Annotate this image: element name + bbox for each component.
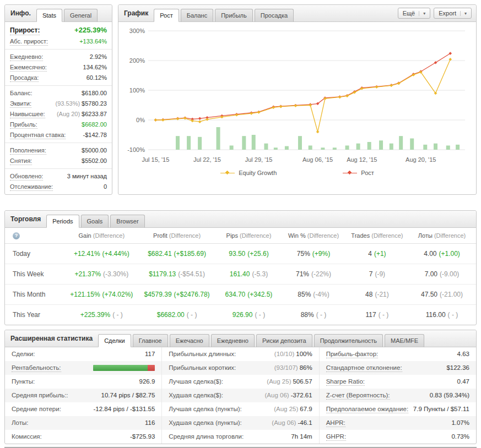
metric-cell: +121.15%(+74.02%) [66,285,137,305]
stat-value: 4.63 [457,350,469,358]
legend-item[interactable]: Рост [343,170,374,176]
period-label: This Year [5,305,66,325]
stat-value: $122.36 [446,364,469,372]
info-tab-general[interactable]: General [64,9,98,22]
profitability-bar-loss [148,365,155,371]
help-icon[interactable]: ? [13,232,20,239]
stat-label: Худшая сделка (пункты): [169,419,241,427]
stats-tab-trades[interactable]: Сделки [98,334,131,347]
period-row: This Year+225.39%( - )$6682.00( - )926.9… [5,305,476,325]
trading-tab-browser[interactable]: Browser [110,215,144,228]
metric-cell: 71%(-22%) [280,264,347,285]
info-row: Прибыль:$6682.00 [10,119,107,130]
stat-value: 0.73% [451,433,469,441]
stat-value: (Aug 06)-372.61 [265,391,312,400]
info-label: Просадка: [10,74,39,82]
more-button[interactable]: Ещё ▾ [398,8,431,19]
stats-tab-hourly[interactable]: Ежечасно [170,334,209,347]
info-value: $5000.00 [82,146,107,155]
legend-marker-icon [220,173,235,173]
volume-bar [356,144,360,150]
metric-cell: 161.40(-5.3) [217,264,280,285]
volume-bar [434,144,437,150]
volume-bar [264,144,268,150]
trading-tab-goals[interactable]: Goals [81,215,109,228]
stat-value: -$725.93 [130,433,155,441]
info-section: Ежедневно:2.92%Ежемесячно:134.62%Просадк… [5,50,112,86]
metric-cell: 47.50(-21.00) [408,285,476,305]
info-value: 60.12% [87,74,107,82]
stat-label: Рентабельность: [12,364,61,372]
x-tick-label: Aug 12, '15 [347,156,377,163]
info-value: 3 минут назад [67,172,107,181]
caret-down-icon: ▾ [460,11,467,16]
stat-value [93,364,155,372]
export-button[interactable]: Export ▾ [434,8,472,19]
legend-label: Equity Growth [239,170,277,176]
stats-tab-daily[interactable]: Ежедневно [211,334,255,347]
info-row: Эквити:(93.53%)$5780.23 [10,99,107,109]
stat-row: Лучшая сделка (пункты):(Aug 25)67.9 [162,402,318,416]
stat-value-prefix: (10/10) [274,351,294,357]
info-value: +225.39% [74,26,107,34]
info-label: Пополнения: [10,146,46,155]
metric-cell: 4.00(+1.00) [408,244,476,264]
stat-label: Комиссия: [12,433,42,441]
volume-bar [321,147,325,150]
stat-label: Прибыльных коротких: [169,364,236,372]
stat-row: Sharpe Ratio:0.47 [320,375,476,389]
stat-label: Стандартное отклонение: [326,364,402,372]
stats-tab-deposit-risks[interactable]: Риски депозита [256,334,312,347]
stat-label: Пункты: [12,378,35,386]
chart-tab-drawdown[interactable]: Просадка [255,9,294,22]
chart-tab-profit[interactable]: Прибыль [215,9,253,22]
metric-cell: 85%(-4%) [280,285,347,305]
volume-bar [410,138,414,150]
period-row: This Week+21.37%(-3.30%)$1179.13(-$54.51… [5,264,476,285]
info-section: Обновлено:3 минут назадОтслеживание:0 [5,169,112,194]
volume-bar [198,137,202,150]
stat-label: Sharpe Ratio: [326,378,365,386]
stat-row: Прибыльных длинных:(10/10)100% [162,347,318,361]
series-marker [338,96,341,99]
volume-bar [379,140,383,150]
metric-cell: +21.37%(-3.30%) [66,264,137,285]
profitability-bar [93,365,155,371]
stat-row: Худшая сделка (пункты):(Aug 06)-46.1 [162,416,318,430]
stat-row: Худшая сделка($):(Aug 06)-372.61 [162,389,318,402]
stat-label: Лучшая сделка (пункты): [169,405,241,413]
stat-label: Лоты: [12,419,28,427]
x-tick-label: Jul 29, '15 [245,156,273,163]
periods-table: ?Gain (Difference)Profit (Difference)Pip… [5,228,476,325]
stat-value: 1.07% [451,419,469,427]
column-header: Trades (Difference) [347,228,408,244]
stats-tab-duration[interactable]: Продолжительность [314,334,383,347]
info-row: Просадка:60.12% [10,73,107,83]
info-row: Прирост:+225.39% [10,24,107,36]
chart-tab-balance[interactable]: Баланс [181,9,213,22]
stat-value: 7h 14m [291,433,312,441]
legend-item[interactable]: Equity Growth [220,170,277,176]
info-tab-stats[interactable]: Stats [36,9,62,22]
info-label: Процентная ставка: [10,131,66,139]
info-value: 2.92% [90,53,107,61]
volume-bar [187,136,191,150]
chart-panel: График РостБалансПрибыльПросадка Ещё ▾ E… [118,4,477,195]
stat-row: Средние потери:-12.84 pips / -$131.55 [5,402,161,416]
info-label: Баланс: [10,89,33,97]
volume-bar [176,136,180,150]
info-row: Снятия:$5502.00 [10,156,107,166]
stat-label: Прибыльных длинных: [169,350,236,358]
info-value: (93.53%)$5780.23 [55,100,107,108]
stat-value-prefix: (Aug 06) [265,392,289,398]
info-row: Наивысшее:(Aug 20)$6233.87 [10,109,107,119]
growth-chart: 300%200%100%0%-100%Jul 15, '15Jul 22, '1… [123,24,472,168]
info-row: Абс. прирост:+133.64% [10,36,107,47]
stats-tab-main[interactable]: Главное [133,334,168,347]
stats-tab-mae-mfe[interactable]: MAE/MFE [385,334,424,347]
volume-bar [446,145,450,150]
trading-tab-periods[interactable]: Periods [46,215,79,228]
chart-tab-growth[interactable]: Рост [154,9,179,22]
info-value: $6682.00 [82,121,107,129]
more-button-label: Ещё [403,10,415,17]
